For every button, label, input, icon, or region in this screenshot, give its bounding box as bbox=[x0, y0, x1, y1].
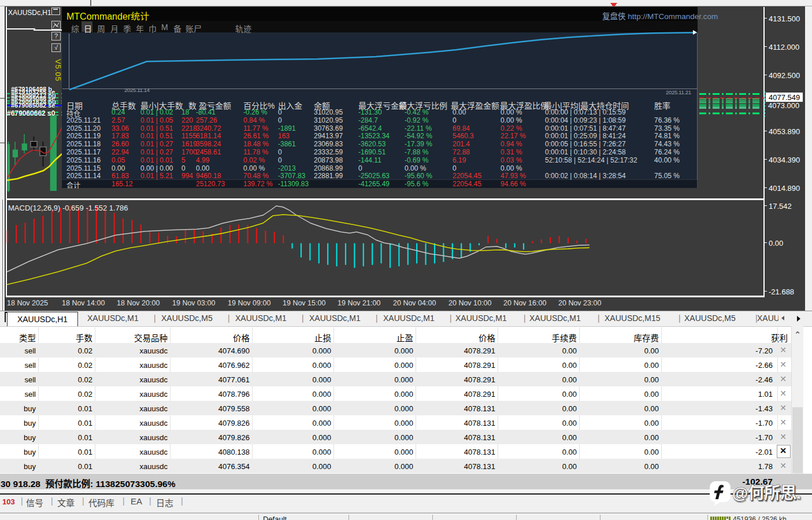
svg-text:@何所思.: @何所思. bbox=[732, 484, 801, 502]
